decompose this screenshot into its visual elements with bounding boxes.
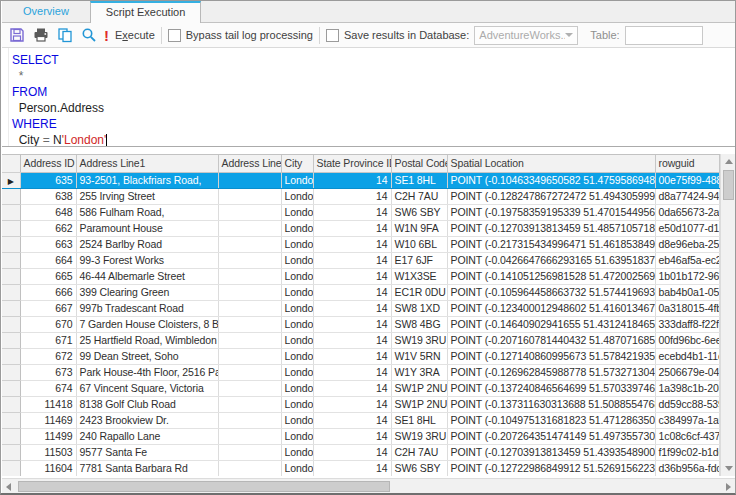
grid-cell[interactable]: 7781 Santa Barbara Rd <box>76 460 218 476</box>
grid-cell[interactable]: 11469 <box>20 412 76 428</box>
grid-cell[interactable]: 67 Vincent Square, Victoria <box>76 380 218 396</box>
grid-cell[interactable]: SW19 3RU <box>391 428 447 444</box>
grid-cell[interactable]: 9577 Santa Fe <box>76 444 218 460</box>
grid-cell[interactable]: 2506679e-041b- <box>655 364 719 380</box>
grid-cell[interactable]: 14 <box>313 364 391 380</box>
table-row[interactable]: 662Paramount HouseLondon14W1N 9FAPOINT (… <box>2 220 719 236</box>
grid-cell[interactable]: 663 <box>20 236 76 252</box>
grid-cell[interactable]: 14 <box>313 204 391 220</box>
grid-cell[interactable]: POINT (-0.19758359195339 51.470154495684… <box>447 204 655 220</box>
grid-cell[interactable] <box>218 252 281 268</box>
horizontal-scrollbar[interactable] <box>2 478 735 493</box>
grid-cell[interactable]: eb46af5a-ec2b- <box>655 252 719 268</box>
grid-cell[interactable]: Paramount House <box>76 220 218 236</box>
tab-script-execution[interactable]: Script Execution <box>90 1 201 23</box>
grid-cell[interactable]: 14 <box>313 268 391 284</box>
column-header-postal-code[interactable]: Postal Code <box>391 155 447 172</box>
grid-cell[interactable]: POINT (-0.12722986849912 51.526915622332… <box>447 460 655 476</box>
save-results-checkbox[interactable] <box>326 29 339 42</box>
row-header-cell[interactable]: ▶ <box>2 172 20 188</box>
grid-cell[interactable]: London <box>281 316 313 332</box>
grid-cell[interactable]: 14 <box>313 444 391 460</box>
grid-cell[interactable]: W10 6BL <box>391 236 447 252</box>
grid-cell[interactable]: 14 <box>313 236 391 252</box>
grid-cell[interactable]: 14 <box>313 412 391 428</box>
grid-cell[interactable]: London <box>281 236 313 252</box>
vertical-scroll-thumb[interactable] <box>723 170 734 200</box>
grid-cell[interactable]: London <box>281 412 313 428</box>
grid-cell[interactable] <box>218 284 281 300</box>
scroll-right-icon[interactable] <box>726 483 731 491</box>
sql-editor[interactable]: SELECT *FROM Person.AddressWHERE City = … <box>2 48 736 146</box>
grid-cell[interactable]: 00e75f99-488c- <box>655 172 719 188</box>
grid-cell[interactable]: 25 Hartfield Road, Wimbledon <box>76 332 218 348</box>
grid-cell[interactable]: 11503 <box>20 444 76 460</box>
grid-cell[interactable]: SE1 8HL <box>391 412 447 428</box>
column-header-rowguid[interactable]: rowguid <box>655 155 719 172</box>
grid-cell[interactable]: London <box>281 284 313 300</box>
grid-cell[interactable]: POINT (-0.12703913813459 51.439354890067… <box>447 444 655 460</box>
grid-cell[interactable]: C2H 7AU <box>391 444 447 460</box>
grid-cell[interactable]: 14 <box>313 284 391 300</box>
scroll-up-icon[interactable] <box>725 159 733 164</box>
execute-button[interactable]: ! Execute <box>104 28 155 43</box>
grid-cell[interactable]: W1N 9FA <box>391 220 447 236</box>
table-row[interactable]: 115039577 Santa FeLondon14C2H 7AUPOINT (… <box>2 444 719 460</box>
grid-cell[interactable]: 1a398c1b-2085- <box>655 380 719 396</box>
search-button[interactable] <box>78 25 100 46</box>
grid-cell[interactable]: POINT (-0.137240846564699 51.57033974628… <box>447 380 655 396</box>
grid-cell[interactable]: 255 Irving Street <box>76 188 218 204</box>
row-header-cell[interactable] <box>2 364 20 380</box>
row-header-cell[interactable] <box>2 396 20 412</box>
grid-cell[interactable]: 99-3 Forest Works <box>76 252 218 268</box>
grid-cell[interactable]: POINT (-0.128247867272472 51.49430599985… <box>447 188 655 204</box>
row-header-cell[interactable] <box>2 332 20 348</box>
table-row[interactable]: 67467 Vincent Square, VictoriaLondon14SW… <box>2 380 719 396</box>
scroll-down-icon[interactable] <box>725 466 733 471</box>
grid-cell[interactable]: POINT (-0.217315434996471 51.46185384943… <box>447 236 655 252</box>
grid-cell[interactable]: London <box>281 380 313 396</box>
grid-cell[interactable]: POINT (-0.137311630313688 51.50885547689… <box>447 396 655 412</box>
print-button[interactable] <box>30 25 52 46</box>
grid-cell[interactable] <box>218 380 281 396</box>
grid-cell[interactable]: London <box>281 188 313 204</box>
row-header-cell[interactable] <box>2 412 20 428</box>
grid-cell[interactable]: 14 <box>313 316 391 332</box>
grid-cell[interactable]: POINT (-0.14640902941655 51.431241846571… <box>447 316 655 332</box>
grid-cell[interactable]: d8a77424-94ae- <box>655 188 719 204</box>
table-row[interactable]: 66546-44 Albemarle StreetLondon14W1X3SEP… <box>2 268 719 284</box>
grid-cell[interactable]: 14 <box>313 460 391 476</box>
grid-cell[interactable] <box>218 188 281 204</box>
grid-cell[interactable] <box>218 300 281 316</box>
grid-cell[interactable]: London <box>281 252 313 268</box>
grid-cell[interactable]: London <box>281 396 313 412</box>
grid-cell[interactable] <box>218 396 281 412</box>
grid-cell[interactable]: 11499 <box>20 428 76 444</box>
grid-cell[interactable]: POINT (-0.127140860995673 51.57842193542… <box>447 348 655 364</box>
row-header-cell[interactable] <box>2 316 20 332</box>
grid-cell[interactable]: POINT (-0.126962845988778 51.57327130411… <box>447 364 655 380</box>
grid-cell[interactable] <box>218 220 281 236</box>
grid-cell[interactable]: c384997a-1a93- <box>655 412 719 428</box>
row-header-cell[interactable] <box>2 348 20 364</box>
grid-cell[interactable]: SW1P 2NU <box>391 380 447 396</box>
grid-cell[interactable]: ecebd4b1-11c3- <box>655 348 719 364</box>
grid-cell[interactable]: SE1 8HL <box>391 172 447 188</box>
grid-cell[interactable] <box>218 460 281 476</box>
grid-cell[interactable]: 1b01b172-96ce- <box>655 268 719 284</box>
grid-cell[interactable]: London <box>281 220 313 236</box>
grid-cell[interactable]: POINT (-0.123400012948602 51.41601346785… <box>447 300 655 316</box>
grid-cell[interactable]: bab4b0a1-055a- <box>655 284 719 300</box>
table-row[interactable]: 667997b Tradescant RoadLondon14SW8 1XDPO… <box>2 300 719 316</box>
save-button[interactable] <box>6 25 28 46</box>
grid-cell[interactable]: 666 <box>20 284 76 300</box>
grid-cell[interactable]: London <box>281 444 313 460</box>
row-header-cell[interactable] <box>2 204 20 220</box>
grid-cell[interactable]: d36b956a-fdce- <box>655 460 719 476</box>
grid-cell[interactable] <box>218 348 281 364</box>
grid-cell[interactable]: 665 <box>20 268 76 284</box>
grid-cell[interactable]: 14 <box>313 332 391 348</box>
grid-cell[interactable]: 2423 Brookview Dr. <box>76 412 218 428</box>
grid-cell[interactable]: 7 Garden House Cloisters, 8 Batters <box>76 316 218 332</box>
grid-cell[interactable]: 586 Fulham Road, <box>76 204 218 220</box>
